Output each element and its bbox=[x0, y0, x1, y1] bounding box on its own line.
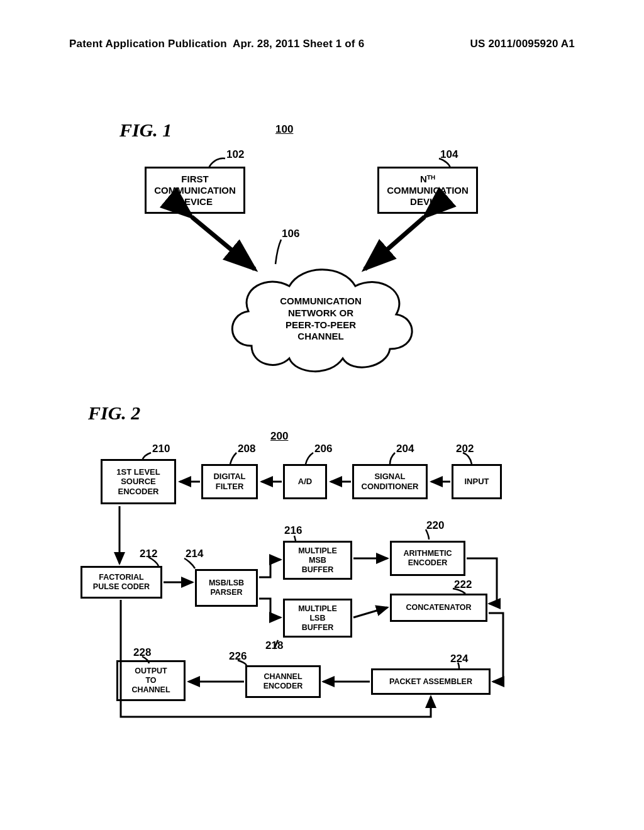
svg-line-9 bbox=[353, 607, 387, 617]
b212-text: FACTORIAL PULSE CODER bbox=[93, 573, 150, 592]
cloud-text: COMMUNICATION NETWORK OR PEER-TO-PEER CH… bbox=[280, 296, 362, 341]
ref-218: 218 bbox=[265, 639, 283, 652]
block-first-comm-device: FIRST COMMUNICATION DEVICE bbox=[145, 167, 245, 214]
ref-228: 228 bbox=[133, 646, 151, 659]
block-multiple-msb-buffer: MULTIPLE MSB BUFFER bbox=[283, 541, 352, 580]
ref-226: 226 bbox=[229, 650, 247, 663]
b226-text: CHANNEL ENCODER bbox=[264, 672, 303, 691]
ref-222: 222 bbox=[454, 578, 472, 591]
block-factorial-pulse-coder: FACTORIAL PULSE CODER bbox=[80, 566, 162, 599]
b222-text: CONCATENATOR bbox=[406, 603, 471, 612]
b204-text: SIGNAL CONDITIONER bbox=[362, 472, 419, 491]
ref-214: 214 bbox=[186, 548, 203, 560]
ref-206: 206 bbox=[314, 443, 332, 455]
b202-text: INPUT bbox=[465, 477, 489, 487]
block-concatenator: CONCATENATOR bbox=[390, 594, 487, 622]
block-104-text: Nᵀᴴ COMMUNICATION DEVICE bbox=[387, 174, 469, 208]
fig2-label: FIG. 2 bbox=[88, 402, 140, 424]
block-output-to-channel: OUTPUT TO CHANNEL bbox=[116, 660, 186, 701]
ref-204: 204 bbox=[396, 443, 414, 455]
b210-text: 1ST LEVEL SOURCE ENCODER bbox=[116, 467, 160, 497]
block-digital-filter: DIGITAL FILTER bbox=[201, 464, 258, 499]
block-1st-level-source-encoder: 1ST LEVEL SOURCE ENCODER bbox=[101, 459, 176, 504]
ref-210: 210 bbox=[152, 443, 170, 455]
b220-text: ARITHMETIC ENCODER bbox=[403, 549, 452, 568]
ref-208: 208 bbox=[238, 443, 255, 455]
ref-102: 102 bbox=[226, 148, 244, 161]
patent-page: Patent Application Publication Apr. 28, … bbox=[0, 0, 644, 830]
fig2-system-ref: 200 bbox=[270, 430, 288, 443]
block-input: INPUT bbox=[452, 464, 502, 499]
fig1-system-ref: 100 bbox=[275, 123, 293, 136]
b214-text: MSB/LSB PARSER bbox=[209, 578, 244, 597]
b224-text: PACKET ASSEMBLER bbox=[389, 677, 472, 687]
header-publication: Patent Application Publication bbox=[69, 38, 227, 50]
header-date-sheet: Apr. 28, 2011 Sheet 1 of 6 bbox=[233, 38, 364, 50]
block-msb-lsb-parser: MSB/LSB PARSER bbox=[195, 569, 258, 607]
block-102-text: FIRST COMMUNICATION DEVICE bbox=[154, 174, 236, 208]
b228-text: OUTPUT TO CHANNEL bbox=[131, 667, 170, 695]
ref-106: 106 bbox=[282, 228, 299, 240]
ref-212: 212 bbox=[140, 548, 157, 560]
ref-220: 220 bbox=[426, 519, 444, 532]
cloud-label: COMMUNICATION NETWORK OR PEER-TO-PEER CH… bbox=[245, 296, 396, 343]
b208-text: DIGITAL FILTER bbox=[213, 472, 245, 491]
block-multiple-lsb-buffer: MULTIPLE LSB BUFFER bbox=[283, 599, 352, 638]
block-signal-conditioner: SIGNAL CONDITIONER bbox=[352, 464, 428, 499]
b216-text: MULTIPLE MSB BUFFER bbox=[298, 546, 337, 575]
header-pubnum: US 2011/0095920 A1 bbox=[470, 38, 575, 50]
ref-202: 202 bbox=[456, 443, 474, 455]
b218-text: MULTIPLE LSB BUFFER bbox=[298, 604, 337, 633]
b206-text: A/D bbox=[298, 477, 312, 487]
block-channel-encoder: CHANNEL ENCODER bbox=[245, 665, 321, 698]
block-arithmetic-encoder: ARITHMETIC ENCODER bbox=[390, 541, 465, 576]
figure-1: 100 FIRST COMMUNICATION DEVICE 102 Nᵀᴴ C… bbox=[101, 119, 541, 396]
block-packet-assembler: PACKET ASSEMBLER bbox=[371, 668, 491, 695]
ref-104: 104 bbox=[440, 148, 458, 161]
block-nth-comm-device: Nᵀᴴ COMMUNICATION DEVICE bbox=[377, 167, 478, 214]
figure-2: 200 1ST LEVEL SOURCE ENCODER 210 DIGITAL… bbox=[82, 440, 572, 773]
ref-224: 224 bbox=[450, 653, 468, 665]
ref-216: 216 bbox=[284, 524, 302, 537]
block-a-d: A/D bbox=[283, 464, 327, 499]
